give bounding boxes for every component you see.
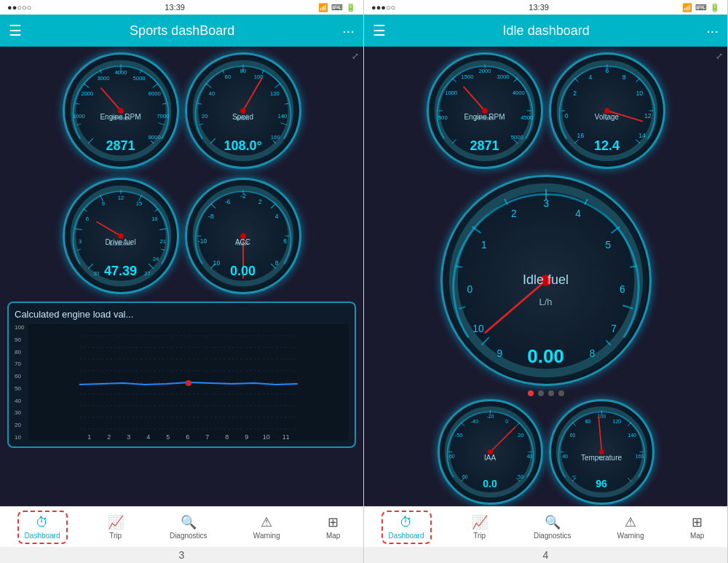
svg-text:4000: 4000 bbox=[114, 69, 127, 76]
svg-line-133 bbox=[574, 139, 578, 143]
svg-text:40: 40 bbox=[526, 454, 532, 459]
gauges-row-mid-1: 3 6 9 12 15 18 21 24 27 30 Drive fuel L/… bbox=[0, 172, 363, 297]
svg-text:10: 10 bbox=[263, 433, 270, 441]
temp-gauge-2[interactable]: 40 60 80 100 120 140 160 °C Temperature … bbox=[549, 399, 654, 505]
svg-text:6: 6 bbox=[186, 433, 190, 441]
svg-text:8000: 8000 bbox=[148, 134, 160, 141]
svg-text:4: 4 bbox=[147, 433, 151, 441]
tab-map-2[interactable]: ⊞ Map bbox=[684, 511, 710, 543]
iaa-value-2: 0.0 bbox=[483, 478, 496, 489]
status-icons-1: 📶 ⌨ 🔋 bbox=[318, 3, 356, 12]
pagination-dot-1[interactable] bbox=[528, 390, 534, 396]
tab-diagnostics-1[interactable]: 🔍 Diagnostics bbox=[164, 511, 213, 543]
tab-diagnostics-2[interactable]: 🔍 Diagnostics bbox=[528, 511, 577, 543]
svg-text:0: 0 bbox=[505, 419, 508, 424]
svg-line-203 bbox=[628, 422, 631, 426]
tab-trip-2[interactable]: 📈 Trip bbox=[466, 511, 494, 543]
tab-bar-2: ⏱ Dashboard 📈 Trip 🔍 Diagnostics ⚠ Warni… bbox=[364, 506, 727, 547]
svg-point-100 bbox=[186, 380, 191, 386]
tab-map-1[interactable]: ⊞ Map bbox=[320, 511, 346, 543]
speed-value-1: 108.0° bbox=[223, 138, 261, 154]
voltage-gauge-2[interactable]: 0 2 4 6 8 10 12 14 16 Voltage V 12.4 bbox=[549, 52, 665, 169]
tab-diagnostics-icon-2: 🔍 bbox=[545, 514, 561, 530]
svg-line-2 bbox=[88, 138, 93, 143]
svg-line-118 bbox=[513, 78, 517, 82]
rpm-gauge-2[interactable]: 500 1000 1500 2000 3000 4000 4500 5000 E… bbox=[427, 52, 543, 169]
temp-value-2: 96 bbox=[596, 478, 607, 489]
tab-trip-icon-1: 📈 bbox=[108, 514, 124, 530]
svg-text:4: 4 bbox=[575, 208, 581, 219]
pagination-2 bbox=[364, 387, 727, 399]
svg-text:2: 2 bbox=[108, 433, 111, 441]
svg-text:160: 160 bbox=[270, 134, 280, 141]
svg-text:-2: -2 bbox=[240, 192, 246, 200]
iaa-gauge-2[interactable]: -60 -50 -40 -20 0 20 40 50 60 IAA 0.0 bbox=[438, 399, 543, 505]
svg-text:4: 4 bbox=[588, 74, 592, 81]
nav-bar-2: ☰ Idle dashboard ··· bbox=[364, 15, 727, 47]
svg-text:-10: -10 bbox=[197, 237, 207, 245]
svg-text:8: 8 bbox=[274, 259, 278, 267]
acc-sublabel-1: m/s² bbox=[237, 240, 249, 247]
svg-text:10: 10 bbox=[213, 259, 220, 267]
acc-gauge-1[interactable]: -10 -8 -6 -2 2 4 6 8 10 ACC m/s² 0.00 bbox=[185, 178, 301, 294]
tab-dashboard-1[interactable]: ⏱ Dashboard bbox=[17, 511, 68, 544]
battery-icon-1: 🔋 bbox=[346, 3, 356, 12]
tab-warning-icon-2: ⚠ bbox=[625, 514, 636, 530]
more-button-2[interactable]: ··· bbox=[706, 23, 719, 39]
idlefuel-gauge-2[interactable]: 0 1 2 3 4 5 6 7 8 9 10 Idle fuel L/h bbox=[440, 175, 652, 386]
battery-icon-2: 🔋 bbox=[710, 3, 720, 12]
svg-text:40: 40 bbox=[562, 454, 568, 459]
tab-trip-1[interactable]: 📈 Trip bbox=[102, 511, 130, 543]
svg-text:2000: 2000 bbox=[81, 90, 93, 97]
svg-text:20: 20 bbox=[518, 433, 523, 438]
tab-warning-2[interactable]: ⚠ Warning bbox=[612, 511, 650, 543]
expand-icon-1[interactable]: ⤢ bbox=[352, 51, 359, 61]
status-bar-2: ●●●○○ 13:39 📶 ⌨ 🔋 bbox=[364, 0, 727, 15]
svg-text:5000: 5000 bbox=[510, 134, 523, 141]
voltage-sublabel-2: V bbox=[605, 115, 609, 122]
pagination-dot-2[interactable] bbox=[538, 390, 544, 396]
menu-button-2[interactable]: ☰ bbox=[373, 22, 386, 39]
tab-dashboard-icon-1: ⏱ bbox=[36, 515, 49, 530]
svg-text:5: 5 bbox=[605, 240, 611, 251]
temp-sublabel-2: °C bbox=[598, 455, 605, 462]
svg-text:60: 60 bbox=[569, 433, 575, 438]
expand-icon-2[interactable]: ⤢ bbox=[716, 51, 723, 61]
tab-warning-label-2: Warning bbox=[617, 532, 644, 540]
svg-text:9: 9 bbox=[245, 433, 249, 441]
pagination-dot-3[interactable] bbox=[548, 390, 554, 396]
phone2: ●●●○○ 13:39 📶 ⌨ 🔋 ☰ Idle dashboard ··· ⤢ bbox=[364, 0, 728, 563]
svg-line-135 bbox=[574, 78, 578, 82]
tab-dashboard-2[interactable]: ⏱ Dashboard bbox=[381, 511, 432, 544]
svg-text:3000: 3000 bbox=[97, 75, 109, 82]
svg-text:4000: 4000 bbox=[512, 90, 524, 96]
svg-text:1000: 1000 bbox=[445, 90, 457, 96]
tab-warning-1[interactable]: ⚠ Warning bbox=[248, 511, 286, 543]
svg-line-44 bbox=[243, 78, 262, 111]
large-gauge-container: 0 1 2 3 4 5 6 7 8 9 10 Idle fuel L/h bbox=[364, 172, 727, 387]
pagination-dot-4[interactable] bbox=[558, 390, 564, 396]
svg-text:120: 120 bbox=[612, 419, 621, 424]
svg-text:5000: 5000 bbox=[132, 75, 145, 82]
svg-text:27: 27 bbox=[144, 270, 151, 277]
svg-line-205 bbox=[628, 478, 631, 481]
drivefuel-sublabel-1: L/100km bbox=[109, 240, 132, 247]
idlefuel-value-2: 0.00 bbox=[527, 345, 564, 368]
more-button-1[interactable]: ··· bbox=[342, 23, 355, 39]
svg-line-75 bbox=[210, 203, 215, 208]
svg-text:6000: 6000 bbox=[148, 90, 160, 97]
wifi-icon-2: 📶 bbox=[682, 3, 692, 12]
svg-text:50: 50 bbox=[518, 474, 523, 479]
drivefuel-value-1: 47.39 bbox=[104, 264, 137, 279]
svg-text:20: 20 bbox=[201, 113, 207, 119]
drivefuel-gauge-1[interactable]: 3 6 9 12 15 18 21 24 27 30 Drive fuel L/… bbox=[63, 178, 179, 294]
chart-title-1: Calculated engine load val... bbox=[15, 309, 349, 320]
gauges-row-bottom-2: -60 -50 -40 -20 0 20 40 50 60 IAA 0.0 bbox=[364, 399, 727, 505]
speed-gauge-1[interactable]: 20 40 60 80 100 120 140 160 Speed km/h 1… bbox=[185, 52, 301, 169]
menu-button-1[interactable]: ☰ bbox=[9, 22, 22, 39]
svg-line-58 bbox=[149, 264, 154, 269]
svg-text:9: 9 bbox=[496, 348, 502, 359]
rpm-gauge-1[interactable]: 1000 2000 3000 4000 5000 6000 7000 8000 … bbox=[63, 52, 179, 169]
svg-text:3: 3 bbox=[543, 198, 549, 209]
svg-line-181 bbox=[460, 422, 464, 426]
